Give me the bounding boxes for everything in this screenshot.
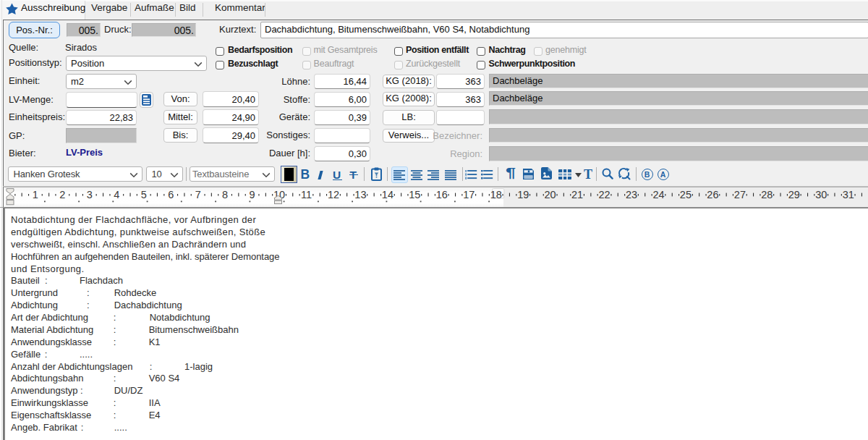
svg-text:24: 24: [652, 189, 664, 200]
svg-text:9: 9: [250, 189, 255, 200]
svg-text:30: 30: [815, 189, 827, 200]
svg-text:23: 23: [626, 189, 637, 200]
svg-text:2: 2: [59, 189, 65, 200]
svg-text:4: 4: [114, 189, 119, 200]
svg-text:16: 16: [436, 189, 448, 200]
svg-text:14: 14: [382, 189, 393, 200]
svg-text:3: 3: [87, 189, 93, 200]
svg-text:17: 17: [463, 189, 475, 200]
svg-text:7: 7: [195, 189, 201, 200]
svg-text:8: 8: [222, 189, 228, 200]
svg-text:5: 5: [141, 189, 147, 200]
svg-text:13: 13: [354, 189, 366, 200]
svg-text:31: 31: [843, 189, 854, 200]
svg-text:18: 18: [490, 189, 502, 200]
svg-text:28: 28: [761, 189, 773, 200]
svg-text:22: 22: [599, 189, 610, 200]
svg-text:11: 11: [301, 189, 312, 200]
svg-text:19: 19: [517, 189, 529, 200]
svg-text:27: 27: [734, 189, 746, 200]
svg-text:26: 26: [707, 189, 718, 200]
svg-text:21: 21: [571, 189, 583, 200]
svg-text:1: 1: [33, 189, 38, 200]
svg-text:29: 29: [788, 189, 800, 200]
svg-text:15: 15: [409, 189, 420, 200]
svg-text:20: 20: [545, 189, 556, 200]
svg-text:25: 25: [680, 189, 692, 200]
svg-text:12: 12: [328, 189, 339, 200]
svg-text:6: 6: [168, 189, 174, 200]
